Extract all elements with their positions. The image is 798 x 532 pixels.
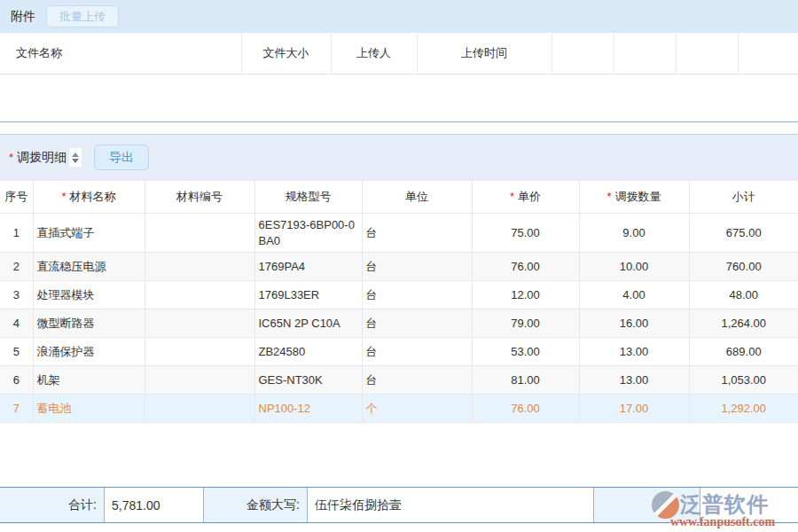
transfer-detail-section-bar: * 调拨明细 导出 [0, 134, 798, 180]
attachments-column-file-name: 文件名称 [0, 33, 241, 74]
cell-unit-price: 79.00 [472, 309, 579, 338]
cell-unit: 台 [362, 338, 472, 366]
cell-spec-model: 1769L33ER [254, 281, 362, 309]
spacer [0, 423, 798, 487]
cell-index: 2 [0, 253, 33, 281]
cell-transfer-qty: 10.00 [579, 253, 689, 281]
detail-header-row: 序号 *材料名称 材料编号 规格型号 单位 *单价 *调拨数量 小计 [0, 181, 798, 214]
cell-material-code [145, 395, 254, 423]
attachments-toolbar: 附件 批量上传 [0, 0, 798, 33]
amount-in-words-value: 伍仟柒佰捌拾壹 [308, 488, 594, 522]
cell-material-name: 浪涌保护器 [33, 338, 145, 366]
cell-spec-model: IC65N 2P C10A [254, 309, 362, 338]
amount-in-words-label: 金额大写: [204, 488, 308, 522]
cell-spec-model: 1769PA4 [254, 253, 362, 281]
cell-material-code [145, 309, 254, 338]
cell-transfer-qty: 17.00 [579, 395, 689, 423]
required-asterisk: * [61, 190, 66, 203]
cell-unit-price: 76.00 [472, 395, 579, 423]
table-row[interactable]: 4 微型断路器 IC65N 2P C10A 台 79.00 16.00 1,26… [0, 309, 798, 338]
cell-subtotal: 760.00 [689, 253, 798, 281]
cell-unit-price: 12.00 [472, 281, 579, 309]
cell-unit: 台 [362, 309, 472, 338]
cell-subtotal: 48.00 [689, 281, 798, 309]
cell-unit-price: 76.00 [472, 253, 579, 281]
attachments-column-file-size: 文件大小 [241, 33, 331, 74]
sort-spinner-control[interactable] [69, 148, 82, 167]
transfer-detail-table: 序号 *材料名称 材料编号 规格型号 单位 *单价 *调拨数量 小计 1 直插式… [0, 180, 798, 423]
cell-spec-model: GES-NT30K [254, 366, 362, 395]
cell-material-code [145, 253, 254, 281]
cell-subtotal: 1,292.00 [689, 395, 798, 423]
cell-material-name: 直插式端子 [33, 214, 145, 253]
cell-unit: 台 [362, 366, 472, 395]
cell-material-name: 蓄电池 [33, 395, 145, 423]
column-transfer-qty: *调拨数量 [579, 181, 689, 214]
cell-unit: 台 [362, 214, 472, 253]
cell-spec-model: 6ES7193-6BP00-0BA0 [254, 214, 362, 253]
required-asterisk: * [606, 190, 611, 203]
attachments-column-upload-time: 上传时间 [417, 33, 552, 74]
cell-unit: 台 [362, 253, 472, 281]
cell-transfer-qty: 4.00 [579, 281, 689, 309]
arrow-down-icon [72, 159, 79, 163]
column-index: 序号 [0, 181, 33, 214]
cell-unit-price: 75.00 [472, 214, 579, 253]
cell-spec-model: NP100-12 [254, 395, 362, 423]
totals-bar: 合计: 5,781.00 金额大写: 伍仟柒佰捌拾壹 [0, 487, 798, 523]
cell-material-name: 机架 [33, 366, 145, 395]
column-unit: 单位 [362, 181, 472, 214]
cell-material-name: 直流稳压电源 [33, 253, 145, 281]
cell-unit-price: 81.00 [472, 366, 579, 395]
cell-material-name: 处理器模块 [33, 281, 145, 309]
table-row[interactable]: 6 机架 GES-NT30K 台 81.00 13.00 1,053.00 [0, 366, 798, 395]
cell-transfer-qty: 9.00 [579, 214, 689, 253]
attachments-column-empty [676, 33, 738, 74]
attachments-header-row: 文件名称 文件大小 上传人 上传时间 [0, 33, 798, 74]
export-button[interactable]: 导出 [94, 145, 149, 170]
cell-material-code [145, 338, 254, 366]
table-row[interactable]: 3 处理器模块 1769L33ER 台 12.00 4.00 48.00 [0, 281, 798, 309]
cell-index: 1 [0, 214, 33, 253]
cell-index: 4 [0, 309, 33, 338]
attachments-section-label: 附件 [11, 9, 35, 25]
attachments-table: 文件名称 文件大小 上传人 上传时间 [0, 33, 798, 74]
attachments-column-empty [552, 33, 614, 74]
attachments-column-empty [738, 33, 798, 74]
cell-index: 6 [0, 366, 33, 395]
table-row[interactable]: 1 直插式端子 6ES7193-6BP00-0BA0 台 75.00 9.00 … [0, 214, 798, 253]
totals-empty-cell [700, 488, 798, 522]
column-unit-price: *单价 [472, 181, 579, 214]
cell-material-code [145, 281, 254, 309]
column-material-code: 材料编号 [145, 181, 254, 214]
column-subtotal: 小计 [689, 181, 798, 214]
spacer [0, 122, 798, 134]
cell-index: 7 [0, 395, 33, 423]
required-asterisk: * [9, 151, 13, 164]
total-value: 5,781.00 [105, 488, 204, 522]
cell-material-code [145, 214, 254, 253]
transfer-detail-title: 调拨明细 [17, 150, 66, 166]
attachments-column-uploader: 上传人 [331, 33, 417, 74]
column-material-name: *材料名称 [33, 181, 145, 214]
column-spec-model: 规格型号 [254, 181, 362, 214]
cell-transfer-qty: 13.00 [579, 366, 689, 395]
arrow-up-icon [72, 153, 79, 157]
cell-subtotal: 1,264.00 [689, 309, 798, 338]
cell-material-code [145, 366, 254, 395]
total-label: 合计: [0, 488, 105, 522]
totals-empty-cell [594, 488, 700, 522]
cell-index: 3 [0, 281, 33, 309]
cell-unit-price: 53.00 [472, 338, 579, 366]
table-row[interactable]: 5 浪涌保护器 ZB24580 台 53.00 13.00 689.00 [0, 338, 798, 366]
attachments-column-empty [614, 33, 676, 74]
table-row-selected[interactable]: 7 蓄电池 NP100-12 个 76.00 17.00 1,292.00 [0, 395, 798, 423]
batch-upload-button[interactable]: 批量上传 [46, 5, 119, 28]
cell-subtotal: 675.00 [689, 214, 798, 253]
table-row[interactable]: 2 直流稳压电源 1769PA4 台 76.00 10.00 760.00 [0, 253, 798, 281]
cell-material-name: 微型断路器 [33, 309, 145, 338]
cell-index: 5 [0, 338, 33, 366]
attachments-empty-body [0, 74, 798, 121]
cell-subtotal: 689.00 [689, 338, 798, 366]
cell-unit: 个 [362, 395, 472, 423]
